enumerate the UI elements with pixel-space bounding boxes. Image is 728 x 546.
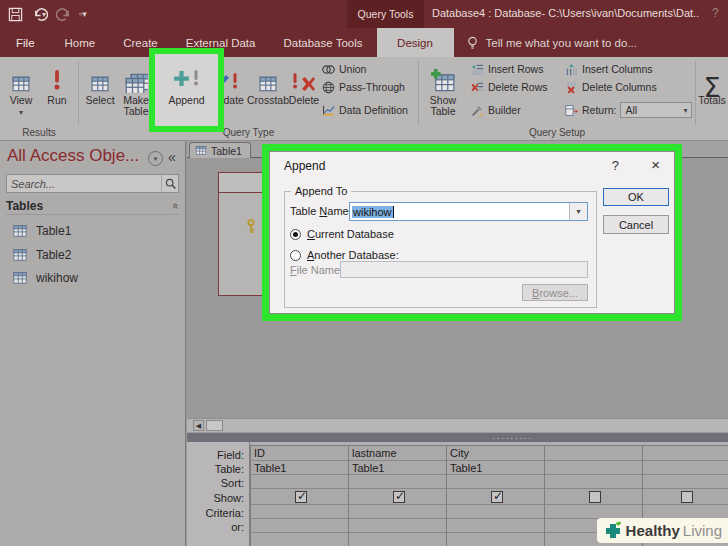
view-dropdown-icon[interactable]: ▾ — [19, 107, 23, 118]
sort-cell[interactable] — [545, 475, 642, 489]
totals-button[interactable]: Σ Totals — [696, 59, 728, 106]
show-checkbox[interactable] — [295, 491, 307, 503]
make-table-icon — [124, 73, 148, 93]
undo-dropdown-icon[interactable]: ▾ — [42, 10, 46, 19]
builder-button[interactable]: Builder — [471, 102, 521, 118]
show-checkbox[interactable] — [491, 491, 503, 503]
sidebar-item-table1[interactable]: Table1 — [0, 220, 186, 242]
table-cell[interactable]: Table1 — [447, 461, 544, 475]
criteria-cell[interactable] — [349, 505, 446, 519]
field-cell[interactable] — [545, 446, 642, 461]
sidebar-item-table2[interactable]: Table2 — [0, 244, 186, 266]
radio-icon[interactable] — [290, 229, 301, 240]
table-cell[interactable]: Table1 — [349, 461, 446, 475]
or-cell[interactable] — [447, 519, 544, 533]
field-cell[interactable]: ID — [251, 446, 348, 461]
run-button[interactable]: Run — [42, 59, 72, 106]
delete-rows-button[interactable]: Delete Rows — [471, 79, 548, 95]
view-button[interactable]: View ▾ — [4, 59, 38, 118]
table-name-value[interactable]: wikihow — [352, 206, 394, 218]
tab-file[interactable]: File — [0, 28, 51, 57]
table-name-combobox[interactable]: wikihow ▾ — [349, 202, 588, 221]
radio-icon[interactable] — [290, 250, 301, 261]
show-checkbox[interactable] — [589, 491, 601, 503]
collapse-group-icon[interactable]: « — [170, 203, 182, 209]
field-cell[interactable] — [643, 446, 728, 461]
sort-cell[interactable] — [251, 475, 348, 489]
shutter-bar-collapse-icon[interactable]: « — [168, 149, 176, 165]
return-dropdown[interactable]: All ▾ — [620, 102, 692, 118]
horizontal-scrollbar[interactable]: ◀ — [187, 418, 728, 432]
field-cell[interactable]: lastname — [349, 446, 446, 461]
show-cell[interactable] — [643, 489, 728, 505]
pass-through-button[interactable]: Pass-Through — [322, 79, 405, 95]
help-icon[interactable]: ? — [712, 6, 719, 20]
or-cell[interactable] — [251, 519, 348, 533]
select-button[interactable]: Select — [83, 59, 117, 106]
show-table-icon — [430, 69, 456, 93]
cancel-button[interactable]: Cancel — [603, 215, 669, 234]
table-cell[interactable] — [643, 461, 728, 475]
pane-splitter[interactable]: ········· — [187, 432, 728, 442]
undo-button[interactable]: ▾ — [33, 7, 46, 22]
field-list-table1[interactable] — [218, 172, 264, 296]
show-cell[interactable] — [251, 489, 348, 505]
criteria-cell[interactable] — [447, 505, 544, 519]
ribbon-group-show-hide: Σ Totals — [696, 57, 728, 140]
crosstab-button[interactable]: Crosstab — [247, 59, 289, 106]
sidebar-item-wikihow[interactable]: wikihow — [0, 267, 186, 289]
delete-columns-button[interactable]: Delete Columns — [565, 79, 657, 95]
field-list-header — [219, 173, 263, 193]
customize-qat-icon[interactable]: ▫▾ — [79, 9, 87, 19]
nav-pane-menu-button[interactable]: ▾ — [148, 151, 163, 166]
show-checkbox[interactable] — [393, 491, 405, 503]
insert-rows-button[interactable]: Insert Rows — [471, 61, 543, 77]
tell-me-box[interactable]: Tell me what you want to do... — [454, 28, 638, 57]
tab-home[interactable]: Home — [51, 28, 110, 57]
table-cell[interactable]: Table1 — [251, 461, 348, 475]
make-table-button[interactable]: Make Table — [119, 59, 153, 117]
or-cell[interactable] — [349, 519, 446, 533]
chevron-down-icon: ▾ — [683, 106, 687, 115]
show-cell[interactable] — [447, 489, 544, 505]
combobox-dropdown-button[interactable]: ▾ — [569, 203, 587, 220]
data-definition-button[interactable]: Data Definition — [322, 102, 408, 118]
union-button[interactable]: Union — [322, 61, 366, 77]
search-box[interactable]: Search... — [6, 174, 179, 193]
criteria-cell[interactable] — [251, 505, 348, 519]
sort-cell[interactable] — [349, 475, 446, 489]
scrollbar-thumb[interactable] — [206, 420, 223, 431]
tab-database-tools[interactable]: Database Tools — [269, 28, 376, 57]
row-label-field: Field: — [217, 449, 244, 461]
grid-column-1[interactable]: ID Table1 — [250, 446, 348, 546]
sort-cell[interactable] — [643, 475, 728, 489]
table-cell[interactable] — [545, 461, 642, 475]
criteria-cell[interactable] — [545, 505, 642, 519]
grid-column-3[interactable]: City Table1 — [446, 446, 544, 546]
scroll-left-icon[interactable]: ◀ — [193, 420, 204, 431]
show-table-button[interactable]: Show Table — [425, 59, 461, 117]
delete-button[interactable]: Delete — [287, 59, 321, 106]
results-group-label: Results — [0, 127, 78, 138]
nav-group-tables[interactable]: Tables « — [6, 198, 179, 215]
field-cell[interactable]: City — [447, 446, 544, 461]
dialog-close-icon[interactable]: × — [651, 156, 660, 173]
criteria-cell[interactable] — [643, 505, 728, 519]
save-icon[interactable] — [8, 7, 23, 22]
current-database-option[interactable]: Current Database — [290, 228, 394, 240]
show-cell[interactable] — [545, 489, 642, 505]
sort-cell[interactable] — [447, 475, 544, 489]
insert-columns-button[interactable]: Insert Columns — [565, 61, 653, 77]
search-icon-button[interactable] — [161, 175, 178, 192]
append-button[interactable]: Append — [155, 54, 218, 126]
tab-design[interactable]: Design — [377, 28, 454, 57]
dialog-help-icon[interactable]: ? — [612, 158, 619, 173]
file-name-label: File Name: — [290, 264, 343, 276]
grid-column-2[interactable]: lastname Table1 — [348, 446, 446, 546]
ok-button[interactable]: OK — [603, 188, 669, 206]
show-cell[interactable] — [349, 489, 446, 505]
show-checkbox[interactable] — [681, 491, 693, 503]
union-icon — [322, 63, 335, 76]
another-database-option[interactable]: Another Database: — [290, 249, 399, 261]
document-tab-table1[interactable]: Table1 — [189, 142, 251, 158]
